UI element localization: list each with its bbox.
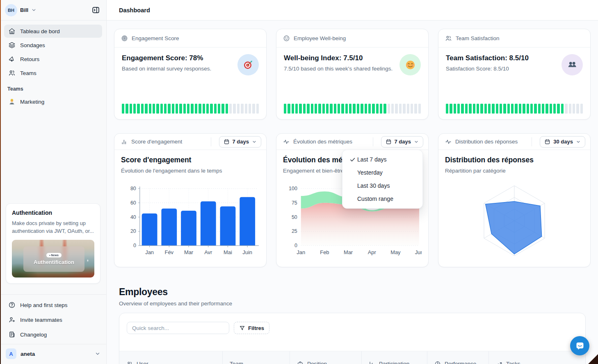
- date-range-button[interactable]: 7 days: [381, 136, 423, 148]
- workspace-switcher[interactable]: A aneta: [0, 344, 106, 364]
- stat-title: Team Satisfaction: 8.5/10: [446, 54, 529, 62]
- sidebar-item-label: Teams: [20, 70, 37, 76]
- card-team-satisfaction: Team Satisfaction Team Satisfaction: 8.5…: [438, 29, 591, 120]
- chevron-down-icon: [95, 351, 100, 357]
- engagement-progress-bar: [122, 104, 259, 114]
- card-header-label: Évolution des métriques: [293, 139, 352, 145]
- trending-up-icon: [496, 361, 502, 364]
- card-engagement-score: Engagement Score Engagement Score: 78% B…: [114, 29, 267, 120]
- svg-text:Mai: Mai: [224, 249, 232, 255]
- sidebar-item-surveys[interactable]: Sondages: [4, 39, 102, 52]
- column-header-participation[interactable]: Participation: [361, 351, 427, 364]
- smiling-emoji-icon: [399, 54, 421, 75]
- column-header-team[interactable]: Team: [222, 351, 290, 364]
- sidebar-footer-nav: Help and first steps Invite teammates Ch…: [0, 294, 106, 344]
- sidebar-item-marketing[interactable]: Marketing: [4, 95, 102, 108]
- screen-edge-artifact: [0, 0, 1, 364]
- svg-text:0: 0: [133, 243, 136, 248]
- sidebar-item-invite[interactable]: Invite teammates: [4, 313, 102, 327]
- svg-text:0: 0: [294, 243, 297, 248]
- sidebar-item-label: Retours: [20, 56, 39, 62]
- sidebar-item-changelog[interactable]: Changelog: [4, 328, 102, 341]
- chevron-down-icon: [414, 139, 419, 144]
- column-header-position[interactable]: Position: [290, 351, 361, 364]
- sidebar-item-teams[interactable]: Teams: [4, 66, 102, 80]
- menu-item-last-7-days[interactable]: Last 7 days: [342, 153, 422, 166]
- home-icon: [8, 27, 16, 35]
- employees-card: Filtres User Team Position: [119, 313, 586, 364]
- svg-text:Apr: Apr: [368, 249, 377, 255]
- panel-collapse-icon: [91, 6, 100, 14]
- promo-image-overlay: • News Authentification: [23, 246, 84, 272]
- chat-icon: [575, 341, 585, 351]
- help-circle-icon: [8, 301, 16, 309]
- card-engagement-chart: Score d'engagement 7 days Score d'engage…: [114, 133, 267, 267]
- svg-text:Mar: Mar: [344, 249, 353, 255]
- news-badge: • News: [46, 253, 62, 257]
- svg-text:Avr: Avr: [204, 249, 212, 255]
- stat-title: Engagement Score: 78%: [122, 54, 211, 62]
- main-area: Dashboard Engagement Score Engagement Sc…: [107, 0, 598, 364]
- menu-item-custom-range[interactable]: Custom range: [342, 192, 422, 205]
- collapse-sidebar-button[interactable]: [90, 5, 101, 16]
- card-header-label: Distribution des réponses: [455, 139, 518, 145]
- sidebar-item-feedback[interactable]: Retours: [4, 52, 102, 66]
- sidebar-item-label: Sondages: [20, 42, 45, 48]
- two-people-icon: [561, 54, 583, 75]
- page-title: Dashboard: [119, 7, 150, 14]
- column-header-performance[interactable]: Performance: [427, 351, 488, 364]
- svg-text:Mar: Mar: [184, 249, 194, 255]
- menu-item-last-30-days[interactable]: Last 30 days: [342, 179, 422, 192]
- calendar-icon: [544, 139, 550, 145]
- sidebar-item-help[interactable]: Help and first steps: [4, 298, 102, 312]
- smiley-icon: [283, 35, 290, 42]
- promo-image: • News Authentification: [12, 240, 94, 278]
- avatar: BH: [5, 4, 17, 16]
- sidebar-item-label: Help and first steps: [20, 302, 68, 308]
- satisfaction-progress-bar: [446, 104, 583, 114]
- stat-description: Satisfaction Score: 8.5/10: [446, 66, 529, 72]
- users-icon: [126, 361, 133, 364]
- chart-subtitle: Répartition par catégorie: [445, 168, 584, 174]
- activity-icon: [445, 139, 452, 145]
- chat-widget-button[interactable]: [570, 336, 589, 355]
- chart-title: Score d'engagement: [121, 156, 260, 164]
- svg-text:Jun: Jun: [415, 249, 422, 255]
- svg-text:40: 40: [130, 214, 136, 220]
- employees-title: Employees: [119, 287, 586, 298]
- quick-search-input[interactable]: [127, 322, 229, 334]
- menu-item-yesterday[interactable]: Yesterday: [342, 166, 422, 179]
- stat-description: Based on internal survey responses.: [122, 66, 211, 72]
- teams-section-label: Teams: [0, 86, 106, 92]
- employees-table-header: User Team Position Participation: [119, 351, 585, 364]
- technologist-emoji-icon: [8, 98, 16, 105]
- card-distribution-chart: Distribution des réponses 30 days Distri…: [438, 133, 591, 267]
- screen-corner-artifact: [588, 354, 598, 364]
- topbar: Dashboard: [107, 0, 598, 20]
- workspace-avatar: A: [6, 348, 16, 359]
- user-menu[interactable]: BH Bill: [5, 4, 37, 16]
- date-range-button[interactable]: 30 days: [540, 136, 585, 148]
- megaphone-icon: [8, 55, 16, 63]
- date-range-button[interactable]: 7 days: [219, 136, 261, 148]
- promo-card-authentication[interactable]: Authentication Make docs private by sett…: [6, 203, 100, 284]
- employees-section: Employees Overview of employees and thei…: [114, 287, 591, 364]
- sidebar-item-label: Changelog: [20, 332, 47, 338]
- employees-subtitle: Overview of employees and their performa…: [119, 300, 586, 307]
- sidebar-header: BH Bill: [0, 0, 106, 20]
- sidebar-nav: Tableau de bord Sondages Retours Teams: [0, 25, 106, 80]
- svg-text:75: 75: [292, 200, 297, 206]
- radar-chart: [445, 177, 584, 264]
- changelog-icon: [8, 331, 16, 338]
- svg-text:50: 50: [292, 214, 297, 220]
- workspace-name: aneta: [21, 351, 91, 357]
- column-header-tasks[interactable]: Tasks: [488, 351, 585, 364]
- stat-description: 7.5/10 based on this week's shared feeli…: [284, 66, 393, 72]
- column-header-user[interactable]: User: [119, 351, 222, 364]
- sidebar-item-dashboard[interactable]: Tableau de bord: [4, 25, 102, 38]
- svg-text:May: May: [390, 249, 401, 255]
- column-chart-icon: [121, 139, 128, 145]
- chart-title: Distribution des réponses: [445, 156, 584, 164]
- users-icon: [8, 69, 16, 77]
- filters-button[interactable]: Filtres: [234, 322, 269, 334]
